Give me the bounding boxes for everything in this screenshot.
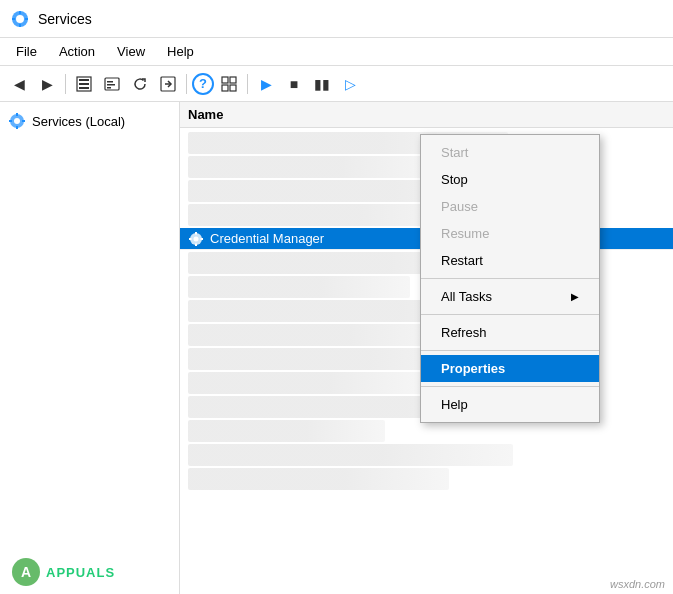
svg-point-27 xyxy=(194,236,199,241)
blur-row-12 xyxy=(188,420,385,442)
blur-row-2 xyxy=(188,156,444,178)
svg-text:A: A xyxy=(21,564,31,580)
ctx-sep-2 xyxy=(421,314,599,315)
blur-row-10 xyxy=(188,372,425,394)
pause-toolbar-button[interactable]: ▮▮ xyxy=(309,71,335,97)
svg-rect-13 xyxy=(107,87,111,89)
toolbar-sep-2 xyxy=(186,74,187,94)
svg-rect-29 xyxy=(195,243,197,246)
ctx-resume-label: Resume xyxy=(441,226,489,241)
title-text: Services xyxy=(38,11,92,27)
forward-button[interactable]: ▶ xyxy=(34,71,60,97)
refresh-toolbar-button[interactable] xyxy=(127,71,153,97)
svg-rect-16 xyxy=(222,77,228,83)
ctx-all-tasks[interactable]: All Tasks ▶ xyxy=(421,283,599,310)
ctx-sep-4 xyxy=(421,386,599,387)
ctx-help-label: Help xyxy=(441,397,468,412)
blur-row-14 xyxy=(188,468,449,490)
credential-manager-label: Credential Manager xyxy=(210,231,324,246)
appuals-logo-text: APPUALS xyxy=(46,565,115,580)
credential-manager-icon xyxy=(188,231,204,247)
svg-rect-2 xyxy=(19,11,21,14)
blur-row-6 xyxy=(188,276,410,298)
ctx-restart-label: Restart xyxy=(441,253,483,268)
name-column-header: Name xyxy=(188,107,223,122)
svg-rect-17 xyxy=(230,77,236,83)
resume-toolbar-button[interactable]: ▷ xyxy=(337,71,363,97)
properties-toolbar-button[interactable] xyxy=(99,71,125,97)
menu-view[interactable]: View xyxy=(107,41,155,62)
menu-help[interactable]: Help xyxy=(157,41,204,62)
svg-rect-12 xyxy=(107,84,115,86)
svg-rect-28 xyxy=(195,232,197,235)
play-toolbar-button[interactable]: ▶ xyxy=(253,71,279,97)
blur-row-13 xyxy=(188,444,513,466)
toolbar-sep-3 xyxy=(247,74,248,94)
ctx-resume[interactable]: Resume xyxy=(421,220,599,247)
svg-rect-9 xyxy=(79,87,89,89)
svg-point-1 xyxy=(16,15,24,23)
ctx-properties-label: Properties xyxy=(441,361,505,376)
services-local-item[interactable]: Services (Local) xyxy=(0,108,179,134)
svg-rect-31 xyxy=(201,238,204,240)
ctx-stop[interactable]: Stop xyxy=(421,166,599,193)
services-local-icon xyxy=(8,112,26,130)
svg-rect-3 xyxy=(19,24,21,27)
ctx-sep-1 xyxy=(421,278,599,279)
appuals-logo: A APPUALS xyxy=(10,556,115,588)
svg-rect-8 xyxy=(79,83,89,85)
ctx-refresh-label: Refresh xyxy=(441,325,487,340)
ctx-help[interactable]: Help xyxy=(421,391,599,418)
blur-row-8 xyxy=(188,324,459,346)
svg-rect-30 xyxy=(189,238,192,240)
ctx-restart[interactable]: Restart xyxy=(421,247,599,274)
main-area: Services (Local) Name xyxy=(0,102,673,594)
appuals-logo-icon: A xyxy=(10,556,42,588)
svg-rect-11 xyxy=(107,81,113,83)
ctx-refresh[interactable]: Refresh xyxy=(421,319,599,346)
left-panel: Services (Local) xyxy=(0,102,180,594)
toolbar: ◀ ▶ ? ▶ ■ ▮▮ ▷ xyxy=(0,66,673,102)
svg-rect-4 xyxy=(12,18,15,20)
ctx-all-tasks-label: All Tasks xyxy=(441,289,492,304)
view-list-button[interactable] xyxy=(71,71,97,97)
right-panel: Name xyxy=(180,102,673,594)
svg-rect-19 xyxy=(230,85,236,91)
view-mode-button[interactable] xyxy=(216,71,242,97)
title-bar: Services xyxy=(0,0,673,38)
svg-rect-24 xyxy=(9,120,12,122)
ctx-properties[interactable]: Properties xyxy=(421,355,599,382)
watermark: wsxdn.com xyxy=(610,578,665,590)
export-toolbar-button[interactable] xyxy=(155,71,181,97)
ctx-start[interactable]: Start xyxy=(421,139,599,166)
toolbar-sep-1 xyxy=(65,74,66,94)
ctx-sep-3 xyxy=(421,350,599,351)
svg-rect-5 xyxy=(25,18,28,20)
ctx-all-tasks-arrow: ▶ xyxy=(571,291,579,302)
stop-toolbar-button[interactable]: ■ xyxy=(281,71,307,97)
context-menu: Start Stop Pause Resume Restart All Task… xyxy=(420,134,600,423)
svg-rect-22 xyxy=(16,113,18,116)
svg-rect-7 xyxy=(79,79,89,81)
ctx-stop-label: Stop xyxy=(441,172,468,187)
svg-point-21 xyxy=(14,118,20,124)
svg-rect-18 xyxy=(222,85,228,91)
back-button[interactable]: ◀ xyxy=(6,71,32,97)
services-local-label: Services (Local) xyxy=(32,114,125,129)
title-icon xyxy=(10,9,30,29)
menu-bar: File Action View Help xyxy=(0,38,673,66)
menu-action[interactable]: Action xyxy=(49,41,105,62)
svg-rect-25 xyxy=(22,120,25,122)
ctx-pause[interactable]: Pause xyxy=(421,193,599,220)
help-toolbar-button[interactable]: ? xyxy=(192,73,214,95)
menu-file[interactable]: File xyxy=(6,41,47,62)
svg-rect-23 xyxy=(16,126,18,129)
column-header: Name xyxy=(180,102,673,128)
ctx-pause-label: Pause xyxy=(441,199,478,214)
ctx-start-label: Start xyxy=(441,145,468,160)
